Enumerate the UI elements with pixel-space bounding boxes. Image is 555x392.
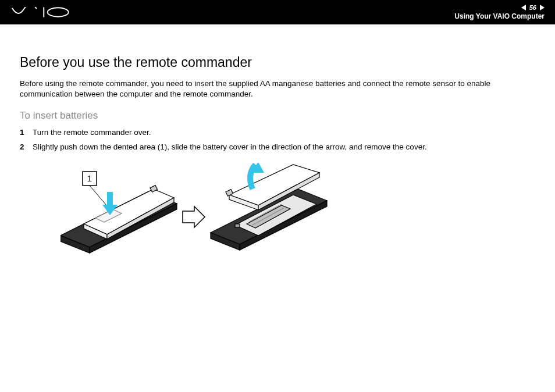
subtitle: To insert batteries <box>20 110 535 122</box>
step-text: Slightly push down the dented area (1), … <box>33 142 427 153</box>
svg-marker-14 <box>183 206 205 227</box>
page-number: 56 <box>529 4 536 11</box>
next-page-icon[interactable] <box>540 5 545 10</box>
svg-rect-12 <box>107 192 113 206</box>
figure-illustration: 1 <box>61 160 328 282</box>
vaio-logo <box>12 7 72 17</box>
steps-list: Turn the remote commander over. Slightly… <box>20 127 535 153</box>
left-remote <box>61 186 177 253</box>
svg-point-1 <box>48 8 69 16</box>
header-bar: 56 Using Your VAIO Computer <box>0 0 555 24</box>
intro-paragraph: Before using the remote commander, you n… <box>20 79 535 99</box>
page-title: Before you use the remote commander <box>20 55 535 70</box>
section-label: Using Your VAIO Computer <box>454 12 545 20</box>
step-item: Slightly push down the dented area (1), … <box>20 142 535 153</box>
content-area: Before you use the remote commander Befo… <box>0 24 555 282</box>
callout-1-text: 1 <box>87 173 92 183</box>
transition-arrow-icon <box>183 206 205 227</box>
prev-page-icon[interactable] <box>521 5 526 10</box>
step-text: Turn the remote commander over. <box>33 127 151 138</box>
step-item: Turn the remote commander over. <box>20 127 535 138</box>
page-nav: 56 <box>521 4 545 11</box>
header-right: 56 Using Your VAIO Computer <box>454 4 545 20</box>
svg-rect-22 <box>235 224 240 227</box>
